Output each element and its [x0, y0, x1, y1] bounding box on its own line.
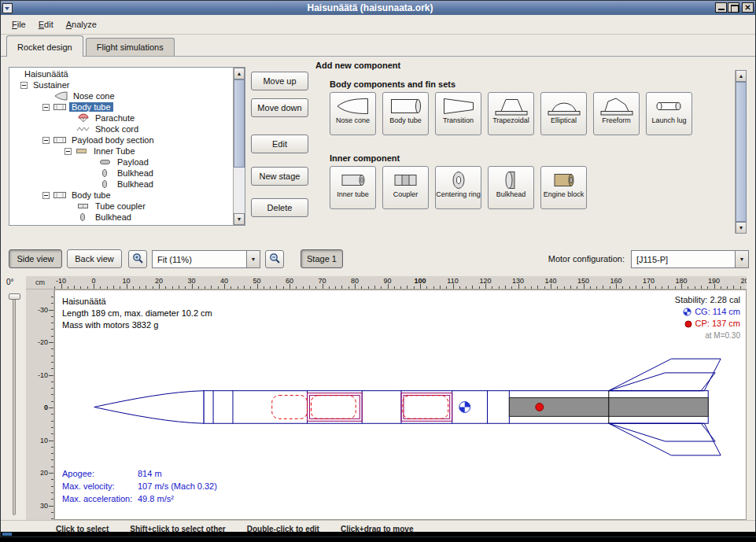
cg-marker	[459, 402, 470, 413]
tree-scrollbar[interactable]	[233, 68, 245, 225]
tree-item-sustainer[interactable]: Sustainer	[9, 79, 233, 90]
ruler-tick	[51, 466, 53, 467]
tree-item-label: Payload body section	[69, 135, 157, 145]
chevron-down-icon[interactable]: ▼	[735, 251, 748, 267]
tree-expander-icon[interactable]	[42, 104, 50, 111]
ruler-label: 120	[479, 277, 491, 285]
component-button-label: Elliptical	[551, 116, 577, 124]
new-stage-button[interactable]: New stage	[251, 167, 308, 186]
zoom-in-button[interactable]	[128, 250, 147, 268]
rotation-slider-handle[interactable]	[9, 293, 20, 300]
tree-expander-icon[interactable]	[42, 192, 50, 199]
side-view-button[interactable]: Side view	[9, 249, 62, 268]
minimize-button[interactable]	[715, 2, 727, 13]
tab-rocket-design[interactable]: Rocket design	[6, 35, 83, 57]
apogee-value: 814 m	[138, 467, 162, 480]
tree-expander-icon[interactable]	[20, 82, 28, 89]
ruler-label: 80	[351, 277, 359, 285]
rocket-canvas[interactable]: Haisunäätä Length 189 cm, max. diameter …	[54, 289, 747, 520]
ruler-tick	[276, 286, 277, 289]
tree-item-haisun-t[interactable]: Haisunäätä	[9, 68, 233, 79]
ruler-tick	[51, 433, 53, 434]
add-bulkhead-button[interactable]: Bulkhead	[488, 166, 534, 209]
taskbar-item[interactable]	[2, 533, 12, 536]
ruler-tick	[51, 414, 53, 415]
add-nose-cone-button[interactable]: Nose cone	[330, 92, 376, 135]
add-launch-lug-button[interactable]: Launch lug	[646, 92, 692, 135]
zoom-out-button[interactable]	[265, 250, 284, 268]
tree-item-shock-cord[interactable]: Shock cord	[9, 124, 233, 135]
back-view-button[interactable]: Back view	[67, 249, 122, 268]
add-inner-tube-button[interactable]: Inner tube	[330, 166, 376, 209]
add-centering-ring-button[interactable]: Centering ring	[435, 166, 481, 209]
menu-file[interactable]: File	[6, 17, 32, 32]
motor-configuration-select[interactable]: [J115-P] ▼	[631, 250, 749, 268]
maximize-button[interactable]	[728, 2, 739, 13]
tab-flight-simulations[interactable]: Flight simulations	[86, 38, 175, 56]
ruler-tick	[205, 286, 205, 289]
ruler-tick	[51, 486, 53, 487]
zoom-select[interactable]: Fit (11%) ▼	[152, 250, 260, 268]
ruler-tick	[87, 286, 88, 289]
scrollbar-thumb[interactable]	[736, 82, 747, 222]
ruler-tick	[414, 286, 415, 289]
ruler-tick	[688, 286, 688, 289]
ruler-label: -30	[38, 306, 48, 314]
tree-item-inner-tube[interactable]: Inner Tube	[9, 146, 233, 157]
add-elliptical-button[interactable]: Elliptical	[540, 92, 587, 135]
tree-expander-icon[interactable]	[65, 148, 72, 155]
window-menu-icon[interactable]	[2, 3, 13, 13]
add-freeform-button[interactable]: Freeform	[593, 92, 640, 135]
ruler-unit-label: cm	[26, 276, 54, 289]
move-up-button[interactable]: Move up	[251, 72, 308, 90]
chevron-down-icon[interactable]: ▼	[246, 251, 260, 267]
tree-item-bulkhead[interactable]: Bulkhead	[9, 168, 233, 179]
add-panel-scrollbar[interactable]	[735, 70, 747, 234]
title-bar[interactable]: Haisunäätä (haisunaata.ork)	[1, 1, 755, 15]
ruler-tick	[459, 286, 460, 289]
move-down-button[interactable]: Move down	[251, 98, 308, 117]
tree-item-body-tube[interactable]: Body tube	[9, 190, 233, 201]
ruler-tick	[238, 286, 238, 289]
tree-expander-icon[interactable]	[42, 137, 50, 144]
add-trapezoidal-button[interactable]: Trapezoidal	[488, 92, 534, 135]
delete-button[interactable]: Delete	[251, 198, 308, 217]
add-coupler-button[interactable]: Coupler	[382, 166, 429, 209]
ruler-tick	[153, 286, 153, 289]
tree-item-payload-body-section[interactable]: Payload body section	[9, 135, 233, 146]
ruler-tick	[51, 368, 53, 369]
menu-analyze[interactable]: Analyze	[60, 17, 103, 32]
ruler-tick	[51, 362, 53, 363]
tree-item-bulkhead[interactable]: Bulkhead	[9, 179, 233, 190]
tree-item-tube-coupler[interactable]: Tube coupler	[9, 201, 233, 212]
tree-item-payload[interactable]: Payload	[9, 157, 233, 168]
scroll-down-icon[interactable]	[736, 222, 747, 234]
ruler-tick	[335, 286, 336, 289]
scroll-down-icon[interactable]	[234, 213, 245, 225]
ruler-tick	[51, 459, 53, 460]
ruler-tick	[113, 286, 114, 289]
menu-edit[interactable]: Edit	[32, 17, 60, 32]
ruler-tick	[68, 286, 68, 289]
edit-button[interactable]: Edit	[251, 135, 308, 153]
ruler-label: 30	[187, 277, 195, 285]
tree-item-bulkhead[interactable]: Bulkhead	[9, 212, 233, 223]
tree-item-body-tube[interactable]: Body tube	[9, 101, 233, 112]
tree-item-label: Body tube	[69, 190, 113, 200]
ruler-tick	[570, 286, 571, 289]
ruler-label: 110	[447, 277, 458, 285]
scroll-up-icon[interactable]	[234, 68, 245, 79]
close-button[interactable]	[742, 2, 754, 13]
add-body-tube-button[interactable]: Body tube	[382, 92, 429, 135]
ruler-tick	[315, 286, 316, 289]
stage-1-toggle[interactable]: Stage 1	[301, 249, 343, 268]
add-transition-button[interactable]: Transition	[435, 92, 481, 135]
ruler-label: 70	[318, 277, 326, 285]
tree-item-parachute[interactable]: Parachute	[9, 112, 233, 124]
rotation-slider[interactable]	[13, 294, 16, 515]
scrollbar-thumb[interactable]	[234, 79, 245, 168]
add-engine-block-button[interactable]: Engine block	[540, 166, 587, 209]
scroll-up-icon[interactable]	[736, 70, 747, 82]
elliptical-icon	[547, 95, 581, 116]
tree-item-nose-cone[interactable]: Nose cone	[9, 90, 233, 101]
